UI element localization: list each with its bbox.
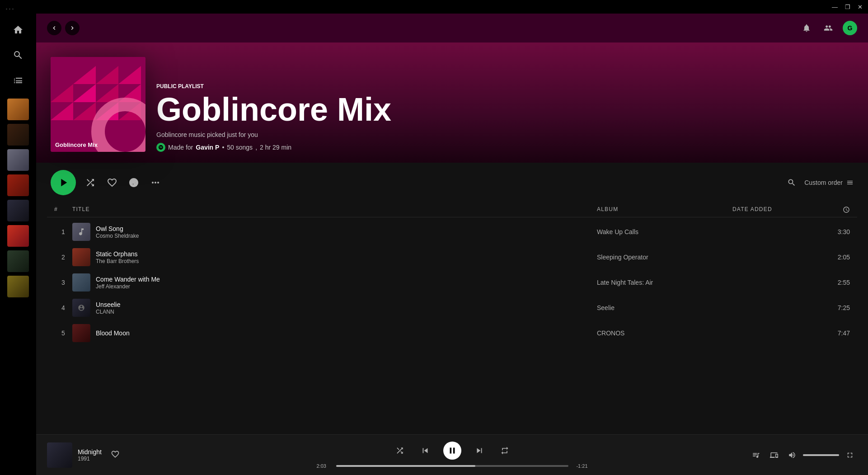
sidebar-album-8[interactable] (7, 276, 29, 297)
track-list-header: # Title Album Date added (47, 202, 857, 217)
meta-dot: • (222, 144, 224, 151)
hero-meta: Made for Gavin P • 50 songs , 2 hr 29 mi… (156, 143, 854, 152)
cover-label: Goblincore Mix (55, 141, 98, 148)
nav-arrows (47, 21, 80, 35)
track-4-album: Seelie (597, 304, 732, 311)
download-button[interactable] (127, 175, 141, 190)
sidebar-album-2[interactable] (7, 124, 29, 146)
hero-section: Goblincore Mix Public Playlist Goblincor… (36, 42, 868, 163)
user-avatar[interactable]: G (843, 21, 857, 35)
sidebar-library-icon[interactable] (7, 70, 29, 91)
like-button[interactable] (105, 175, 119, 190)
player-shuffle-button[interactable] (393, 443, 407, 458)
hero-description: Goblincore music picked just for you (156, 131, 854, 138)
sidebar-album-4[interactable] (7, 174, 29, 196)
track-row-4[interactable]: 4 Unseelie CLANN Seelie 7:25 (47, 295, 857, 320)
spotify-dot-icon (156, 143, 165, 152)
volume-bar[interactable] (803, 454, 839, 456)
track-1-album: Wake Up Calls (597, 228, 732, 235)
app-body: G (0, 14, 868, 475)
current-time: 2:03 (317, 463, 333, 469)
playlist-cover: Goblincore Mix (51, 57, 145, 152)
player-devices-button[interactable] (767, 448, 781, 462)
track-2-thumb (72, 248, 90, 266)
close-button[interactable]: ✕ (858, 4, 863, 10)
hero-info: Public Playlist Goblincore Mix Goblincor… (156, 83, 854, 152)
player-pause-button[interactable] (443, 442, 461, 460)
sidebar (0, 14, 36, 475)
sidebar-album-5[interactable] (7, 200, 29, 221)
player-prev-button[interactable] (418, 443, 432, 458)
player-next-button[interactable] (472, 443, 487, 458)
player-fullscreen-button[interactable] (843, 448, 857, 462)
title-bar-menu[interactable]: ... (5, 2, 15, 12)
track-row-1[interactable]: 1 Owl Song Cosmo Sheldrake Wake Up Calls… (47, 219, 857, 245)
track-5-duration: 7:47 (823, 329, 850, 337)
track-row-5[interactable]: 5 Blood Moon CRONOS 7:47 (47, 320, 857, 346)
track-1-info: Owl Song Cosmo Sheldrake (72, 223, 597, 241)
sidebar-album-7[interactable] (7, 250, 29, 272)
track-5-num: 5 (54, 329, 72, 337)
track-4-name: Unseelie (96, 301, 120, 309)
minimize-button[interactable]: — (832, 4, 838, 10)
main-content: G (36, 14, 868, 475)
player-track-name: Midnight (78, 448, 102, 456)
col-num: # (54, 206, 72, 213)
track-3-info: Come Wander with Me Jeff Alexander (72, 273, 597, 292)
track-2-duration: 2:05 (823, 254, 850, 261)
progress-bar[interactable] (336, 465, 568, 467)
sidebar-home-icon[interactable] (7, 19, 29, 41)
col-title: Title (72, 206, 597, 213)
title-bar-controls[interactable]: — ❐ ✕ (832, 4, 863, 10)
track-3-artist: Jeff Alexander (96, 283, 160, 290)
sidebar-album-1[interactable] (7, 99, 29, 120)
player-queue-button[interactable] (749, 448, 763, 462)
player-like-button[interactable] (111, 450, 120, 461)
made-for-label: Made for (168, 144, 193, 151)
maximize-button[interactable]: ❐ (845, 4, 850, 10)
shuffle-button[interactable] (83, 175, 98, 190)
volume-bar-fill (803, 454, 839, 456)
track-3-album: Late Night Tales: Air (597, 279, 732, 286)
play-button[interactable] (51, 170, 76, 195)
track-list: # Title Album Date added 1 (36, 202, 868, 346)
hero-title: Goblincore Mix (156, 93, 854, 126)
meta-comma: , (255, 144, 257, 151)
top-nav: G (36, 14, 868, 42)
nav-right: G (799, 21, 857, 35)
track-1-num: 1 (54, 228, 72, 235)
player-artist-name: 1991 (78, 456, 102, 462)
col-date-added: Date added (732, 206, 823, 213)
sidebar-album-3[interactable] (7, 149, 29, 171)
track-4-duration: 7:25 (823, 304, 850, 311)
track-row-2[interactable]: 2 Static Orphans The Barr Brothers Sleep… (47, 245, 857, 270)
player-volume-button[interactable] (785, 448, 799, 462)
track-2-album: Sleeping Operator (597, 254, 732, 261)
track-3-thumb (72, 273, 90, 292)
playlist-content[interactable]: Goblincore Mix Public Playlist Goblincor… (36, 42, 868, 434)
search-tracks-button[interactable] (784, 175, 799, 190)
remaining-time: -1:21 (572, 463, 588, 469)
custom-order-button[interactable]: Custom order (804, 179, 854, 186)
nav-back-button[interactable] (47, 21, 61, 35)
sidebar-search-icon[interactable] (7, 44, 29, 66)
track-5-thumb (72, 324, 90, 342)
track-1-thumb (72, 223, 90, 241)
username-label: Gavin P (196, 144, 219, 151)
more-options-button[interactable] (148, 175, 163, 190)
col-duration-icon (823, 206, 850, 213)
player-repeat-button[interactable] (497, 443, 512, 458)
nav-forward-button[interactable] (65, 21, 80, 35)
custom-order-label: Custom order (804, 179, 843, 186)
track-row-3[interactable]: 3 Come Wander with Me Jeff Alexander Lat… (47, 270, 857, 295)
track-5-info: Blood Moon (72, 324, 597, 342)
player-now-playing: Midnight 1991 (47, 442, 183, 468)
player-bar: Midnight 1991 (36, 434, 868, 475)
track-5-name: Blood Moon (96, 329, 130, 337)
track-4-artist: CLANN (96, 309, 120, 315)
nav-friends-icon[interactable] (821, 21, 835, 35)
sidebar-album-6[interactable] (7, 225, 29, 247)
progress-container: 2:03 -1:21 (317, 463, 588, 469)
track-4-num: 4 (54, 304, 72, 311)
nav-bell-icon[interactable] (799, 21, 814, 35)
